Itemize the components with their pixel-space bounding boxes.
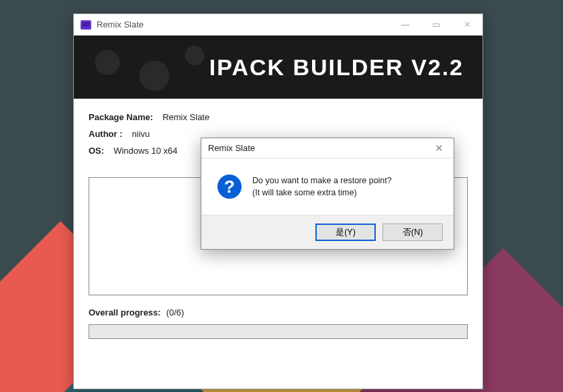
dialog-body: ? Do you want to make a restore point? (… xyxy=(201,158,454,215)
banner-title: IPACK BUILDER V2.2 xyxy=(209,54,464,81)
package-label: Package Name: xyxy=(89,112,153,122)
progress-label-row: Overall progress: (0/6) xyxy=(89,307,468,317)
question-icon: ? xyxy=(217,175,242,199)
dialog-close-button[interactable]: ✕ xyxy=(424,138,454,158)
progress-label: Overall progress: xyxy=(89,307,161,317)
progress-bar xyxy=(89,324,468,339)
minimize-button[interactable]: — xyxy=(390,14,421,35)
yes-button-label: 是(Y) xyxy=(336,227,356,238)
maximize-button[interactable]: ▭ xyxy=(421,14,452,35)
dialog-line1: Do you want to make a restore point? xyxy=(252,175,392,187)
banner: IPACK BUILDER V2.2 xyxy=(74,36,482,99)
close-button[interactable]: ✕ xyxy=(452,14,482,35)
app-icon xyxy=(81,20,91,30)
no-button[interactable]: 否(N) xyxy=(382,224,443,241)
yes-button[interactable]: 是(Y) xyxy=(315,224,376,241)
window-title: Remix Slate xyxy=(97,19,390,30)
dialog-line2: (It will take some extra time) xyxy=(252,187,392,199)
package-value: Remix Slate xyxy=(162,112,209,122)
os-label: OS: xyxy=(89,146,104,156)
package-row: Package Name: Remix Slate xyxy=(89,112,468,122)
progress-section: Overall progress: (0/6) xyxy=(74,295,482,339)
progress-value: (0/6) xyxy=(166,307,185,317)
dialog-titlebar[interactable]: Remix Slate ✕ xyxy=(201,138,454,158)
dialog-text: Do you want to make a restore point? (It… xyxy=(252,175,392,199)
titlebar[interactable]: Remix Slate — ▭ ✕ xyxy=(74,14,482,36)
dialog-button-row: 是(Y) 否(N) xyxy=(201,215,454,249)
no-button-label: 否(N) xyxy=(403,227,423,238)
author-value: niivu xyxy=(132,129,150,139)
author-label: Author : xyxy=(89,129,123,139)
confirm-dialog: Remix Slate ✕ ? Do you want to make a re… xyxy=(201,138,454,250)
close-icon: ✕ xyxy=(435,142,444,154)
window-controls: — ▭ ✕ xyxy=(390,14,482,35)
os-value: Windows 10 x64 xyxy=(113,146,177,156)
dialog-title: Remix Slate xyxy=(208,143,255,153)
